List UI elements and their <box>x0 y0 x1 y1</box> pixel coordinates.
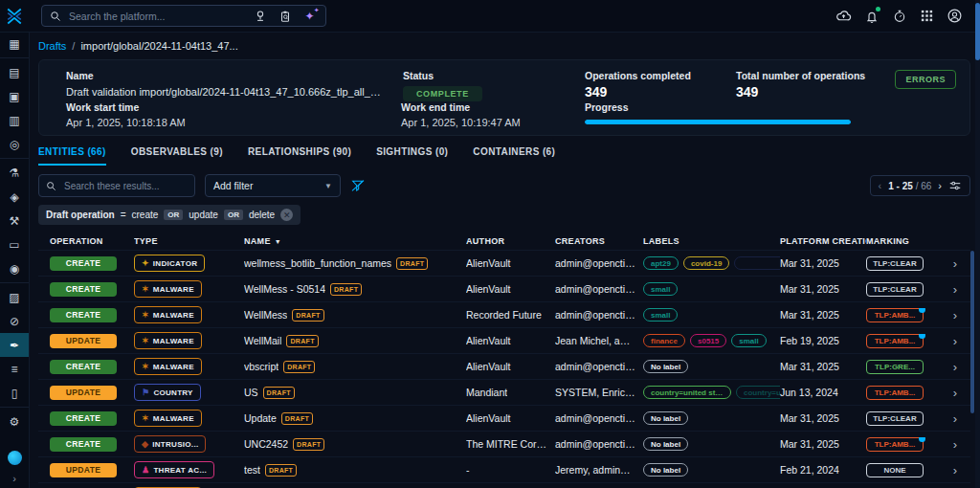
header-operation[interactable]: OPERATION <box>38 236 134 246</box>
header-labels[interactable]: LABELS <box>643 236 780 246</box>
table-row[interactable]: CREATE✶MALWAREUpdateDRAFTAlienVaultadmin… <box>38 405 970 431</box>
row-expand-chevron-icon[interactable]: › <box>953 411 957 426</box>
sidebar-item-observations[interactable]: ◎ <box>0 132 29 156</box>
tab-entities[interactable]: ENTITIES (66) <box>38 146 106 166</box>
sidebar-item-events[interactable]: ▥ <box>0 108 29 132</box>
events-icon: ▥ <box>9 114 19 127</box>
sidebar-item-data[interactable]: ≡ <box>0 357 29 381</box>
account-icon[interactable] <box>947 8 963 24</box>
table-row[interactable]: CREATE✦INDICATORwellmess_botlib_function… <box>38 250 970 276</box>
row-expand-chevron-icon[interactable]: › <box>953 334 957 348</box>
sidebar-item-arsenal[interactable]: ◈ <box>0 185 29 209</box>
creation-date-cell: Mar 31, 2025 <box>780 361 839 372</box>
dashboards-icon: ▨ <box>9 291 19 304</box>
label-chip: No label <box>643 437 688 451</box>
entity-type-label: MALWARE <box>153 337 194 345</box>
table-header: OPERATION TYPE NAME▼ AUTHOR CREATORS LAB… <box>38 233 970 250</box>
entity-name: UNC2452 <box>244 438 288 450</box>
errors-button[interactable]: ERRORS <box>895 70 956 89</box>
apps-grid-icon[interactable] <box>919 8 935 24</box>
cloud-sync-icon[interactable] <box>835 8 852 24</box>
sidebar-item-dashboards[interactable]: ▨ <box>0 285 29 309</box>
sidebar-item-drafts[interactable]: ✒ <box>0 333 29 357</box>
creation-date-cell: Mar 31, 2025 <box>780 309 839 321</box>
filter-chip[interactable]: Draft operation = create OR update OR de… <box>38 205 301 225</box>
table-row[interactable]: UPDATE✶MALWAREWellMailDRAFTAlienVaultJea… <box>38 327 970 353</box>
sidebar-item-trash[interactable]: ▯ <box>0 381 29 405</box>
locations-icon: ◉ <box>10 262 19 276</box>
list-scrollbar-thumb[interactable] <box>970 251 974 413</box>
sidebar-item-settings[interactable]: ⚙ <box>0 410 29 433</box>
sidebar-item-dashboard[interactable]: ▦ <box>0 32 29 55</box>
sidebar-item-analyses[interactable]: ▤ <box>0 60 29 84</box>
bulk-search-icon[interactable] <box>252 8 268 24</box>
row-expand-chevron-icon[interactable]: › <box>953 256 957 271</box>
row-expand-chevron-icon[interactable]: › <box>953 282 957 297</box>
notifications-icon[interactable] <box>863 8 880 24</box>
status-badge: COMPLETE <box>403 86 482 101</box>
triggers-icon[interactable] <box>891 8 907 24</box>
marking-update-dot <box>919 334 925 339</box>
sidebar-item-cases[interactable]: ▣ <box>0 84 29 108</box>
results-search-input[interactable] <box>62 180 188 192</box>
author-cell: AlienVault <box>466 412 511 424</box>
row-expand-chevron-icon[interactable]: › <box>953 360 957 374</box>
header-author[interactable]: AUTHOR <box>466 236 555 246</box>
sidebar-item-threats[interactable]: ⚗ <box>0 161 29 185</box>
pagination-prev[interactable]: ‹ <box>879 181 882 191</box>
ai-sparkles-icon[interactable]: ✦✦ <box>301 8 318 24</box>
header-platform-creation-date[interactable]: PLATFORM CREATION DA <box>780 236 866 246</box>
page-scrollbar[interactable] <box>975 0 980 488</box>
entity-name: US <box>244 387 258 398</box>
tab-observables[interactable]: OBSERVABLES (9) <box>131 146 223 166</box>
sidebar-expand-icon[interactable]: › <box>0 473 29 484</box>
row-expand-chevron-icon[interactable]: › <box>953 437 957 452</box>
filter-chip-close-icon[interactable]: ✕ <box>280 209 293 221</box>
breadcrumb-drafts-link[interactable]: Drafts <box>38 40 66 52</box>
sidebar-item-techniques[interactable]: ⚒ <box>0 209 29 233</box>
page-scrollbar-thumb[interactable] <box>975 3 980 60</box>
operation-badge: UPDATE <box>50 463 117 477</box>
sidebar-item-investigations[interactable]: ⊘ <box>0 309 29 333</box>
table-row[interactable]: UPDATE♟THREAT AC...testDRAFT-Jeremy, adm… <box>38 456 970 482</box>
row-expand-chevron-icon[interactable]: › <box>953 386 957 400</box>
view-settings-icon[interactable] <box>948 179 962 192</box>
name-value: Draft validation import/global/2024-11-0… <box>66 86 382 98</box>
sidebar-item-entities[interactable]: ▭ <box>0 233 29 256</box>
header-creators[interactable]: CREATORS <box>555 236 643 246</box>
operation-badge: CREATE <box>50 282 117 297</box>
sidebar-item-locations[interactable]: ◉ <box>0 256 29 280</box>
clear-filters-icon[interactable] <box>350 178 366 193</box>
header-marking[interactable]: MARKING <box>866 236 941 246</box>
work-end-label: Work end time <box>401 101 521 113</box>
table-row[interactable]: UPDATE✶MALWAREWellMessDRAFTAlienVaultJea… <box>38 482 970 488</box>
main-content: Drafts / import/global/2024-11-04t13_47.… <box>29 32 980 488</box>
header-name[interactable]: NAME▼ <box>244 236 466 246</box>
entity-type-chip: ♟THREAT AC... <box>134 461 214 478</box>
label-chip: country=united states of... <box>643 386 731 399</box>
table-row[interactable]: CREATE✶MALWAREWellMess - S0514DRAFTAlien… <box>38 276 970 301</box>
pagination-next[interactable]: › <box>938 181 942 191</box>
filigran-logo-icon[interactable] <box>8 451 22 465</box>
creators-cell: admin@opencti.io <box>555 257 635 269</box>
row-expand-chevron-icon[interactable]: › <box>953 308 957 322</box>
table-row[interactable]: UPDATE⚑COUNTRYUSDRAFTMandiantSYSTEM, Enr… <box>38 379 970 405</box>
row-expand-chevron-icon[interactable]: › <box>953 463 957 477</box>
add-filter-select[interactable]: Add filter ▼ <box>205 174 341 197</box>
notification-dot <box>876 7 880 11</box>
entity-name: WellMess <box>244 309 287 321</box>
creation-date-cell: Feb 21, 2024 <box>780 464 839 476</box>
tab-sightings[interactable]: SIGHTINGS (0) <box>376 146 448 166</box>
platform-search-input[interactable] <box>67 10 246 23</box>
creation-date-cell: Feb 19, 2025 <box>780 335 839 346</box>
header-type[interactable]: TYPE <box>134 236 244 246</box>
table-row[interactable]: CREATE✶MALWAREWellMessDRAFTRecorded Futu… <box>38 301 970 327</box>
clipboard-search-icon[interactable] <box>277 8 293 24</box>
tab-relationships[interactable]: RELATIONSHIPS (90) <box>248 146 351 166</box>
table-row[interactable]: CREATE◆INTRUSIO...UNC2452DRAFTThe MITRE … <box>38 431 970 456</box>
marking-badge: TLP:GRE... <box>866 360 924 374</box>
breadcrumb: Drafts / import/global/2024-11-04t13_47.… <box>38 32 970 52</box>
table-row[interactable]: CREATE✶MALWAREvbscriptDRAFTAlienVaultadm… <box>38 353 970 379</box>
tab-containers[interactable]: CONTAINERS (6) <box>473 146 555 166</box>
draft-flag: DRAFT <box>265 464 297 477</box>
